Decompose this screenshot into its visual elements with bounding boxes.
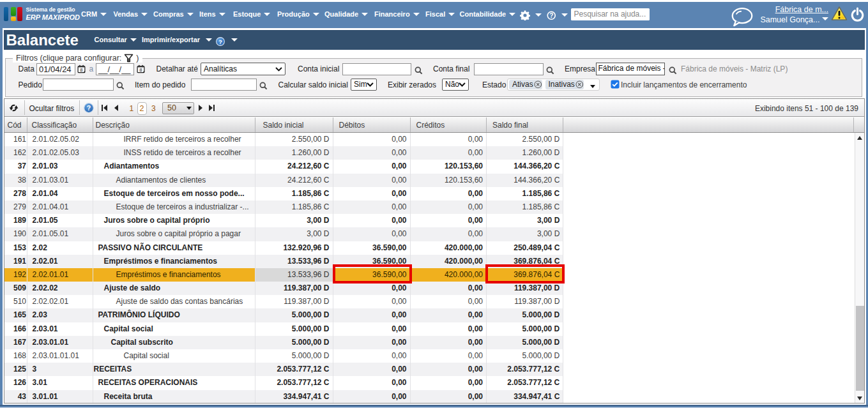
svg-text:?: ? xyxy=(87,104,91,112)
svg-text:8: 8 xyxy=(139,67,142,73)
svg-text:8: 8 xyxy=(80,67,82,73)
svg-text:?: ? xyxy=(549,12,553,19)
svg-text:?: ? xyxy=(218,38,222,45)
